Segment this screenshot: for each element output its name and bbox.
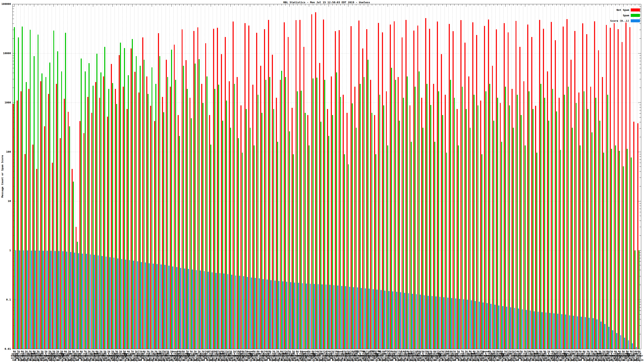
- bar-not-spam: [36, 169, 37, 349]
- bar-not-spam: [614, 23, 615, 349]
- bar-score: [251, 278, 252, 349]
- bar-score: [216, 273, 216, 349]
- bar-score: [117, 258, 118, 349]
- bar-score: [440, 297, 440, 349]
- bar-not-spam: [531, 37, 532, 349]
- bar-not-spam: [354, 87, 356, 349]
- bar-score: [19, 250, 20, 349]
- bar-spam: [446, 153, 447, 349]
- bar-score: [593, 318, 594, 349]
- bar-not-spam: [374, 115, 375, 349]
- bar-score: [133, 261, 134, 349]
- bar-not-spam: [610, 28, 611, 349]
- bar-not-spam: [111, 64, 112, 349]
- bar-not-spam: [346, 113, 348, 349]
- bar-spam: [152, 67, 152, 349]
- bar-score: [498, 306, 499, 349]
- bar-not-spam: [370, 80, 371, 349]
- bar-spam: [258, 95, 258, 349]
- bar-score: [156, 264, 158, 349]
- bar-spam: [187, 89, 188, 349]
- bar-not-spam: [91, 113, 92, 349]
- bar-not-spam: [327, 109, 328, 349]
- bar-not-spam: [394, 21, 395, 349]
- bar-not-spam: [547, 71, 548, 349]
- bar-spam: [536, 153, 537, 349]
- bar-not-spam: [551, 22, 552, 349]
- bar-spam: [222, 121, 223, 349]
- legend-label-score: Score (0..1): [610, 19, 629, 22]
- bar-spam: [144, 60, 145, 349]
- bar-score: [322, 284, 322, 349]
- legend-item-spam: Spam: [623, 14, 640, 17]
- bar-spam: [96, 54, 98, 349]
- bar-not-spam: [60, 138, 61, 349]
- bar-not-spam: [288, 37, 289, 349]
- bar-score: [565, 315, 566, 349]
- bar-spam: [375, 154, 376, 349]
- bar-score: [380, 290, 382, 349]
- y-tick-label: 100: [6, 150, 11, 153]
- bar-spam: [478, 105, 478, 349]
- bar-not-spam: [630, 27, 630, 349]
- bar-score: [581, 317, 582, 349]
- bar-spam: [360, 84, 361, 349]
- bar-not-spam: [190, 98, 190, 349]
- bar-spam: [108, 89, 109, 349]
- bar-score: [54, 251, 56, 349]
- bar-score: [306, 284, 307, 349]
- bar-spam: [218, 85, 219, 349]
- bar-spam: [167, 77, 168, 349]
- bar-not-spam: [32, 145, 34, 349]
- bar-score: [235, 276, 236, 349]
- bar-not-spam: [398, 77, 399, 349]
- bar-not-spam: [512, 89, 512, 349]
- bar-score: [98, 255, 99, 349]
- bar-not-spam: [504, 23, 505, 349]
- bar-not-spam: [441, 54, 442, 349]
- bar-score: [510, 307, 511, 349]
- bar-score: [129, 260, 130, 349]
- bar-spam: [387, 145, 388, 349]
- bar-not-spam: [240, 105, 242, 349]
- bar-score: [424, 295, 425, 349]
- bar-score: [451, 298, 452, 349]
- bar-score: [114, 258, 114, 349]
- bar-spam: [148, 94, 148, 349]
- bar-score: [550, 313, 550, 349]
- bar-not-spam: [590, 87, 591, 349]
- bar-spam: [489, 84, 490, 349]
- legend-swatch-spam-icon: [631, 14, 640, 17]
- bar-not-spam: [76, 227, 77, 349]
- bar-score: [636, 347, 637, 349]
- bar-score: [514, 308, 515, 349]
- bar-not-spam: [488, 19, 489, 349]
- bar-spam: [434, 142, 435, 349]
- legend-item-score: Score (0..1): [610, 19, 641, 22]
- bar-not-spam: [520, 47, 520, 349]
- bar-not-spam: [217, 28, 218, 349]
- bar-score: [585, 317, 586, 349]
- bar-spam: [411, 142, 412, 349]
- bar-spam: [450, 80, 451, 349]
- bar-score: [408, 293, 409, 349]
- bar-not-spam: [20, 91, 22, 349]
- bar-not-spam: [80, 121, 80, 349]
- bar-score: [475, 301, 476, 349]
- bar-not-spam: [406, 20, 406, 349]
- bar-score: [416, 294, 417, 349]
- bar-not-spam: [626, 22, 626, 349]
- bar-score: [231, 275, 232, 349]
- bar-score: [153, 264, 154, 349]
- gridlines: [12, 4, 641, 349]
- bar-spam: [202, 103, 204, 349]
- bar-score: [47, 251, 48, 349]
- bar-score: [70, 252, 71, 349]
- bar-spam: [281, 71, 282, 349]
- bar-spam: [320, 122, 322, 349]
- bar-not-spam: [84, 133, 84, 349]
- bar-spam: [497, 98, 498, 349]
- bar-spam: [592, 132, 592, 349]
- bar-not-spam: [95, 82, 96, 349]
- bar-spam: [619, 151, 620, 349]
